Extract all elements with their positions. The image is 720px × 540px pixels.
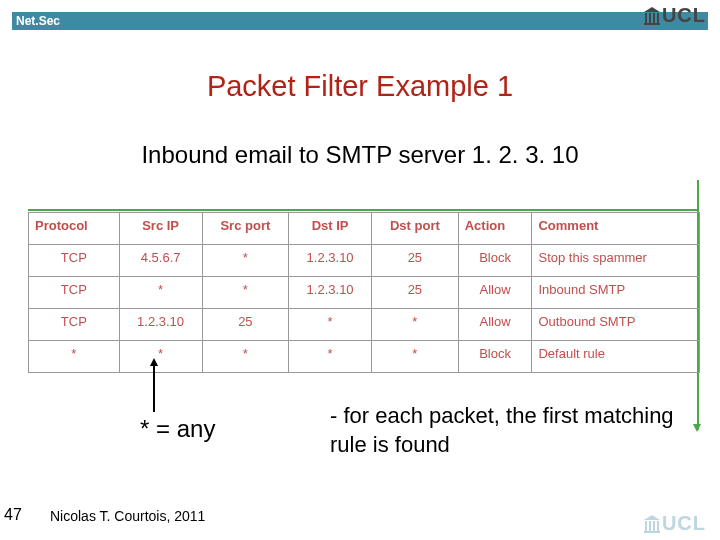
table-row: TCP 4.5.6.7 * 1.2.3.10 25 Block Stop thi… bbox=[29, 245, 700, 277]
svg-rect-10 bbox=[657, 521, 659, 531]
svg-rect-8 bbox=[649, 521, 651, 531]
annotation-line bbox=[28, 209, 698, 211]
svg-marker-0 bbox=[644, 7, 660, 12]
svg-rect-5 bbox=[644, 23, 660, 25]
explain-text: - for each packet, the first matching ru… bbox=[330, 402, 690, 459]
svg-rect-7 bbox=[645, 521, 647, 531]
table-row: TCP 1.2.3.10 25 * * Allow Outbound SMTP bbox=[29, 309, 700, 341]
rules-table: Protocol Src IP Src port Dst IP Dst port… bbox=[28, 212, 700, 373]
svg-rect-9 bbox=[653, 521, 655, 531]
slide-subtitle: Inbound email to SMTP server 1. 2. 3. 10 bbox=[0, 141, 720, 169]
svg-rect-3 bbox=[653, 13, 655, 23]
portico-icon bbox=[644, 7, 660, 25]
col-srcport: Src port bbox=[202, 213, 289, 245]
svg-marker-6 bbox=[644, 515, 660, 520]
svg-rect-1 bbox=[645, 13, 647, 23]
col-dstport: Dst port bbox=[372, 213, 459, 245]
arrow-stem bbox=[153, 364, 155, 412]
slide-title: Packet Filter Example 1 bbox=[0, 70, 720, 103]
ucl-logo-text: UCL bbox=[662, 4, 706, 27]
svg-rect-11 bbox=[644, 531, 660, 533]
slide-number: 47 bbox=[4, 506, 22, 524]
ucl-logo-top: UCL bbox=[644, 4, 706, 27]
col-comment: Comment bbox=[532, 213, 700, 245]
topbar-label: Net.Sec bbox=[12, 14, 60, 28]
col-srcip: Src IP bbox=[119, 213, 202, 245]
svg-rect-2 bbox=[649, 13, 651, 23]
svg-rect-4 bbox=[657, 13, 659, 23]
explain-prefix: - for each packet, the bbox=[330, 403, 543, 428]
col-dstip: Dst IP bbox=[289, 213, 372, 245]
col-protocol: Protocol bbox=[29, 213, 120, 245]
author-text: Nicolas T. Courtois, 2011 bbox=[50, 508, 205, 524]
ucl-logo-text: UCL bbox=[662, 512, 706, 535]
table-row: * * * * * Block Default rule bbox=[29, 341, 700, 373]
ucl-logo-bottom: UCL bbox=[644, 512, 706, 535]
explain-suffix: is found bbox=[367, 432, 450, 457]
top-bar: Net.Sec bbox=[12, 12, 708, 30]
arrow-down-icon bbox=[693, 424, 701, 432]
table-row: TCP * * 1.2.3.10 25 Allow Inbound SMTP bbox=[29, 277, 700, 309]
legend-text: * = any bbox=[140, 415, 215, 443]
portico-icon bbox=[644, 515, 660, 533]
col-action: Action bbox=[458, 213, 532, 245]
